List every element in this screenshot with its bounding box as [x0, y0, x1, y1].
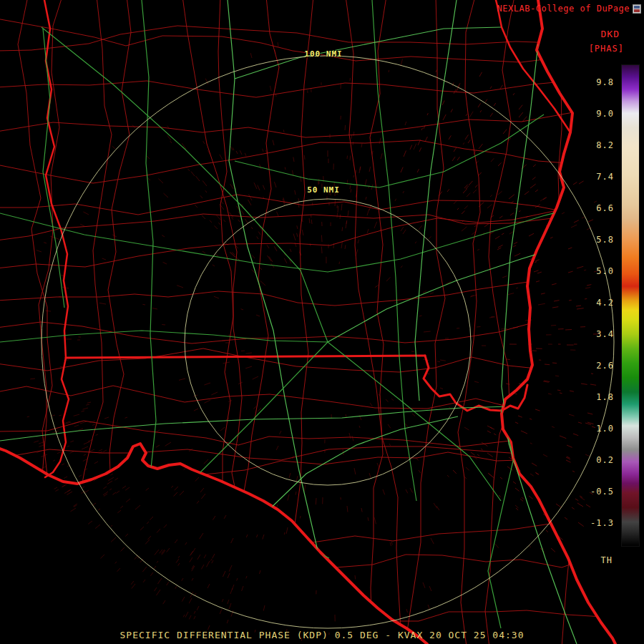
- range-ring-50-label: 50 NMI: [307, 185, 340, 195]
- st-marys-river: [424, 356, 527, 411]
- product-phase-tag: [PHAS]: [589, 44, 624, 54]
- product-title: SPECIFIC DIFFERENTIAL PHASE (KDP) 0.5 DE…: [0, 630, 644, 640]
- state-border-west: [44, 0, 68, 358]
- apalachicola-river: [45, 358, 69, 477]
- county-boundaries: [0, 0, 644, 644]
- radar-display: 100 NMI 50 NMI NEXLAB-College of DuPage …: [0, 0, 644, 644]
- brand-text: NEXLAB-College of DuPage: [497, 4, 630, 14]
- savannah-river: [496, 0, 570, 132]
- atlantic-coastline: [502, 0, 615, 644]
- radar-map-canvas: [0, 0, 644, 644]
- highways: [0, 0, 592, 644]
- product-code: DKD: [601, 29, 620, 39]
- nexlab-logo-icon: [633, 4, 641, 14]
- header: NEXLAB-College of DuPage: [497, 4, 641, 14]
- state-borders: [0, 0, 615, 644]
- range-ring-100-label: 100 NMI: [304, 49, 342, 59]
